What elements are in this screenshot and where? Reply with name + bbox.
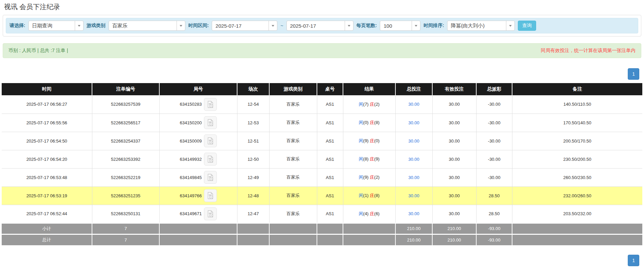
total-bet-link[interactable]: 30.00 bbox=[408, 120, 419, 125]
total-bet-link[interactable]: 30.00 bbox=[408, 138, 419, 144]
chevron-down-icon[interactable] bbox=[345, 21, 353, 30]
banker-result-value: (8) bbox=[374, 193, 380, 198]
banker-result-value: (6) bbox=[374, 211, 380, 216]
round-id: 634150200 bbox=[180, 120, 202, 125]
column-header-table-no: 桌号 bbox=[317, 83, 343, 95]
remark: 200.50/170.50 bbox=[512, 132, 642, 150]
subtotal-payout: -93.00 bbox=[476, 223, 512, 234]
banker-result-label: 庄 bbox=[370, 193, 374, 198]
round-id: 634150283 bbox=[180, 102, 202, 107]
table-row: 2025-07-17 06:52:44 522663250131 6341496… bbox=[2, 205, 642, 223]
result-cell: 闲(4) 庄(6) bbox=[343, 205, 395, 223]
game-type-label: 游戏类别 bbox=[87, 23, 106, 29]
game-type: 百家乐 bbox=[269, 205, 317, 223]
total-bet-link[interactable]: 30.00 bbox=[408, 102, 419, 107]
game-type: 百家乐 bbox=[269, 132, 317, 150]
video-replay-button[interactable] bbox=[204, 153, 217, 166]
remark: 260.50/230.50 bbox=[512, 168, 642, 186]
bet-time: 2025-07-17 06:53:48 bbox=[2, 168, 92, 186]
date-from-select[interactable]: 2025-07-17 bbox=[212, 21, 277, 31]
filter-panel: 请选择: 日期查询 游戏类别 百家乐 时间区间: 2025-07-17 ~ 20… bbox=[3, 15, 641, 36]
page-1-button[interactable]: 1 bbox=[628, 68, 639, 80]
chevron-down-icon[interactable] bbox=[269, 21, 277, 30]
result-cell: 闲(0) 庄(8) bbox=[343, 114, 395, 132]
page-1-button[interactable]: 1 bbox=[628, 255, 639, 266]
game-type: 百家乐 bbox=[269, 95, 317, 114]
payout: -30.00 bbox=[476, 114, 512, 132]
player-result-label: 闲 bbox=[359, 156, 363, 161]
query-type-select[interactable]: 日期查询 bbox=[28, 21, 84, 31]
total-bet-link[interactable]: 30.00 bbox=[408, 175, 419, 180]
total-bet-link[interactable]: 30.00 bbox=[408, 211, 419, 216]
valid-bet: 30.00 bbox=[432, 186, 476, 205]
chevron-down-icon[interactable] bbox=[412, 21, 420, 30]
chevron-down-icon[interactable] bbox=[177, 21, 185, 30]
sort-order-value: 降冪(由大到小) bbox=[447, 23, 506, 29]
date-to-select[interactable]: 2025-07-17 bbox=[286, 21, 353, 31]
video-replay-button[interactable] bbox=[204, 207, 217, 220]
payout: -30.00 bbox=[476, 168, 512, 186]
table-totals: 小计 7 210.00 210.00 -93.00 总计 7 210.00 21… bbox=[2, 223, 642, 245]
total-valid-bet: 210.00 bbox=[432, 234, 476, 245]
payout: -30.00 bbox=[476, 132, 512, 150]
bet-time: 2025-07-17 06:54:20 bbox=[2, 150, 92, 168]
bet-id: 522663251235 bbox=[92, 186, 159, 205]
payout: 28.50 bbox=[476, 186, 512, 205]
session-no: 12-53 bbox=[237, 114, 269, 132]
payout: -30.00 bbox=[476, 95, 512, 114]
round-id: 634149671 bbox=[180, 211, 202, 216]
session-no: 12-54 bbox=[237, 95, 269, 114]
table-row: 2025-07-17 06:54:20 522663253392 6341499… bbox=[2, 150, 642, 168]
game-type-select[interactable]: 百家乐 bbox=[109, 21, 185, 31]
table-no: AS1 bbox=[317, 168, 343, 186]
total-count: 7 bbox=[92, 234, 159, 245]
result-cell: 闲(8) 庄(9) bbox=[343, 150, 395, 168]
bet-id: 522663252219 bbox=[92, 168, 159, 186]
player-result-value: (7) bbox=[363, 102, 369, 107]
bet-records-table: 时间 注单编号 局号 场次 游戏类别 桌号 结果 总投注 有效投注 总派彩 备注… bbox=[2, 83, 642, 245]
video-file-icon bbox=[206, 173, 214, 181]
banker-result-label: 庄 bbox=[370, 211, 374, 216]
chevron-down-icon[interactable] bbox=[75, 21, 83, 30]
player-result-value: (8) bbox=[363, 156, 369, 161]
remark: 230.50/200.50 bbox=[512, 150, 642, 168]
chevron-down-icon[interactable] bbox=[506, 21, 514, 30]
total-bet-link[interactable]: 30.00 bbox=[408, 193, 419, 198]
player-result-label: 闲 bbox=[359, 175, 363, 180]
search-button[interactable]: 查询 bbox=[518, 21, 536, 31]
sort-order-select[interactable]: 降冪(由大到小) bbox=[447, 21, 515, 31]
query-type-value: 日期查询 bbox=[29, 23, 75, 29]
video-replay-button[interactable] bbox=[204, 116, 217, 129]
remark: 140.50/110.50 bbox=[512, 95, 642, 114]
table-no: AS1 bbox=[317, 205, 343, 223]
game-type: 百家乐 bbox=[269, 114, 317, 132]
bet-time: 2025-07-17 06:54:50 bbox=[2, 132, 92, 150]
remark: 203.50/232.00 bbox=[512, 205, 642, 223]
session-no: 12-49 bbox=[237, 168, 269, 186]
bet-id: 522663257539 bbox=[92, 95, 159, 114]
session-no: 12-48 bbox=[237, 186, 269, 205]
video-file-icon bbox=[206, 119, 214, 127]
video-replay-button[interactable] bbox=[204, 134, 217, 147]
game-type-value: 百家乐 bbox=[109, 23, 177, 29]
pagination-bottom: 1 bbox=[0, 255, 639, 266]
table-header: 时间 注单编号 局号 场次 游戏类别 桌号 结果 总投注 有效投注 总派彩 备注 bbox=[2, 83, 642, 95]
game-type: 百家乐 bbox=[269, 186, 317, 205]
sort-order-label: 时间排序: bbox=[423, 23, 444, 29]
result-cell: 闲(7) 庄(2) bbox=[343, 95, 395, 114]
remark: 170.50/140.50 bbox=[512, 114, 642, 132]
page-size-select[interactable]: 100 bbox=[380, 21, 420, 31]
video-replay-button[interactable] bbox=[204, 171, 217, 184]
video-replay-button[interactable] bbox=[204, 189, 217, 202]
table-no: AS1 bbox=[317, 95, 343, 114]
total-total-bet: 210.00 bbox=[395, 234, 432, 245]
player-result-label: 闲 bbox=[359, 193, 363, 198]
player-result-label: 闲 bbox=[359, 138, 363, 143]
player-result-value: (9) bbox=[363, 138, 369, 143]
video-replay-button[interactable] bbox=[204, 98, 217, 111]
banker-result-value: (9) bbox=[374, 156, 380, 161]
page-size-label: 每页笔数: bbox=[356, 23, 377, 29]
table-no: AS1 bbox=[317, 186, 343, 205]
banker-result-label: 庄 bbox=[370, 175, 374, 180]
total-bet-link[interactable]: 30.00 bbox=[408, 157, 419, 162]
